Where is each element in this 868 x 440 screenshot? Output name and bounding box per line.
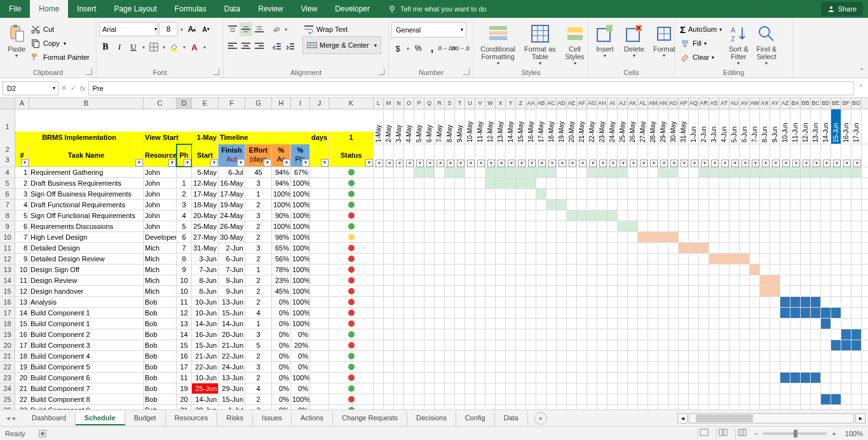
- filter-dropdown-icon[interactable]: ▾: [528, 160, 536, 167]
- scroll-thumb[interactable]: [696, 415, 753, 422]
- share-button[interactable]: Share: [821, 2, 863, 16]
- col-header-BE[interactable]: BE: [831, 98, 841, 109]
- col-header-AG[interactable]: AG: [587, 98, 597, 109]
- scroll-right-button[interactable]: ▸: [855, 413, 865, 423]
- date-header-4-Jun[interactable]: 4-Jun: [719, 109, 729, 144]
- col-header-AD[interactable]: AD: [557, 98, 567, 109]
- wrap-text-button[interactable]: Wrap Text: [302, 22, 381, 36]
- date-header-2-May[interactable]: 2-May: [384, 109, 394, 144]
- date-header-6-Jun[interactable]: 6-Jun: [740, 109, 750, 144]
- col-header-T[interactable]: T: [455, 98, 465, 109]
- filter-dropdown-icon[interactable]: ▾: [365, 159, 373, 167]
- number-launcher[interactable]: [463, 69, 470, 75]
- date-header-17-Jun[interactable]: 17-Jun: [851, 109, 862, 144]
- date-header-11-May[interactable]: 11-May: [475, 109, 485, 144]
- font-size-select[interactable]: 8: [159, 22, 178, 36]
- date-header-10-May[interactable]: 10-May: [465, 109, 475, 144]
- date-header-25-May[interactable]: 25-May: [618, 109, 628, 144]
- row-header-19[interactable]: 19: [0, 329, 15, 340]
- col-header-BG[interactable]: BG: [851, 98, 862, 109]
- date-header-14-May[interactable]: 14-May: [506, 109, 516, 144]
- row-header-5[interactable]: 5: [0, 178, 15, 188]
- tab-nav-last[interactable]: ▸: [13, 414, 17, 422]
- date-header-17-May[interactable]: 17-May: [536, 109, 546, 144]
- filter-dropdown-icon[interactable]: ▾: [508, 160, 515, 167]
- selected-cell-D2[interactable]: Ph▾: [177, 144, 192, 167]
- filter-dropdown-icon[interactable]: ▾: [467, 160, 475, 167]
- font-launcher[interactable]: [213, 69, 219, 75]
- date-header-16-Jun[interactable]: 16-Jun: [841, 109, 851, 144]
- date-header-12-May[interactable]: 12-May: [485, 109, 496, 144]
- tell-me-search[interactable]: Tell me what you want to do: [388, 4, 487, 13]
- percent-format-button[interactable]: %: [412, 41, 424, 55]
- row-header-6[interactable]: 6: [0, 189, 15, 199]
- date-header-5-May[interactable]: 5-May: [414, 109, 424, 144]
- col-header-AO[interactable]: AO: [668, 98, 679, 109]
- cell-title[interactable]: BRMS Implementation: [15, 132, 144, 144]
- filter-dropdown-icon[interactable]: ▾: [168, 159, 176, 167]
- paste-button[interactable]: Paste▾: [3, 22, 29, 60]
- date-header-26-May[interactable]: 26-May: [628, 109, 638, 144]
- filter-dropdown-icon[interactable]: ▾: [498, 160, 505, 167]
- date-header-20-May[interactable]: 20-May: [567, 109, 577, 144]
- enter-formula-icon[interactable]: ✓: [71, 84, 76, 92]
- col-header-AR[interactable]: AR: [699, 98, 709, 109]
- date-header-22-May[interactable]: 22-May: [587, 109, 597, 144]
- filter-dropdown-icon[interactable]: ▾: [762, 160, 770, 167]
- font-name-select[interactable]: Arial▾: [99, 22, 158, 36]
- zoom-slider[interactable]: [763, 432, 827, 435]
- col-header-AT[interactable]: AT: [719, 98, 729, 109]
- col-header-AP[interactable]: AP: [679, 98, 689, 109]
- menu-tab-data[interactable]: Data: [215, 0, 249, 18]
- date-header-14-Jun[interactable]: 14-Jun: [821, 109, 831, 144]
- fx-icon[interactable]: fx: [80, 85, 86, 92]
- col-header-I[interactable]: I: [291, 98, 310, 109]
- date-header-13-Jun[interactable]: 13-Jun: [811, 109, 821, 144]
- collapse-ribbon-button[interactable]: ˄: [860, 67, 864, 76]
- filter-dropdown-icon[interactable]: ▾: [302, 159, 309, 167]
- filter-dropdown-icon[interactable]: ▾: [135, 159, 143, 167]
- clear-button[interactable]: Clear▾: [677, 50, 724, 64]
- menu-tab-developer[interactable]: Developer: [326, 0, 379, 18]
- row-header-9[interactable]: 9: [0, 221, 15, 231]
- filter-dropdown-icon[interactable]: ▾: [386, 160, 393, 167]
- date-header-15-May[interactable]: 15-May: [516, 109, 526, 144]
- filter-dropdown-icon[interactable]: ▾: [264, 159, 271, 167]
- copy-button[interactable]: Copy▾: [29, 36, 91, 50]
- filter-dropdown-icon[interactable]: ▾: [609, 160, 617, 167]
- col-header-AL[interactable]: AL: [638, 98, 648, 109]
- date-header-7-Jun[interactable]: 7-Jun: [750, 109, 760, 144]
- col-header-V[interactable]: V: [475, 98, 485, 109]
- decrease-font-button[interactable]: A▾: [200, 22, 212, 36]
- sheet-tab-data[interactable]: Data: [495, 411, 528, 425]
- underline-button[interactable]: U: [127, 40, 140, 54]
- date-header-11-Jun[interactable]: 11-Jun: [790, 109, 801, 144]
- date-header-9-May[interactable]: 9-May: [455, 109, 465, 144]
- date-header-28-May[interactable]: 28-May: [648, 109, 658, 144]
- decrease-indent-button[interactable]: [270, 39, 283, 53]
- format-as-table-button[interactable]: Format as Table▾: [520, 22, 560, 67]
- date-header-4-May[interactable]: 4-May: [404, 109, 414, 144]
- date-header-16-May[interactable]: 16-May: [526, 109, 536, 144]
- sheet-tab-change-requests[interactable]: Change Requests: [333, 411, 407, 425]
- col-header-AF[interactable]: AF: [577, 98, 587, 109]
- date-header-1-Jun[interactable]: 1-Jun: [689, 109, 699, 144]
- filter-dropdown-icon[interactable]: ▾: [742, 160, 749, 167]
- col-header-AX[interactable]: AX: [760, 98, 770, 109]
- menu-tab-file[interactable]: File: [0, 0, 30, 18]
- col-header-N[interactable]: N: [394, 98, 404, 109]
- orientation-button[interactable]: ab: [270, 22, 283, 36]
- row-header-21[interactable]: 21: [0, 351, 15, 361]
- col-header-G[interactable]: G: [245, 98, 272, 109]
- align-right-button[interactable]: [253, 39, 266, 53]
- col-header-AS[interactable]: AS: [709, 98, 719, 109]
- col-header-BD[interactable]: BD: [821, 98, 831, 109]
- menu-tab-formulas[interactable]: Formulas: [166, 0, 215, 18]
- filter-dropdown-icon[interactable]: ▾: [752, 160, 759, 167]
- col-header-BF[interactable]: BF: [841, 98, 851, 109]
- new-sheet-button[interactable]: +: [534, 412, 547, 425]
- tab-nav-first[interactable]: ◂: [6, 414, 10, 422]
- filter-dropdown-icon[interactable]: ▾: [406, 160, 414, 167]
- sheet-tab-schedule[interactable]: Schedule: [76, 411, 125, 425]
- expand-formula-bar[interactable]: ˅: [857, 84, 865, 92]
